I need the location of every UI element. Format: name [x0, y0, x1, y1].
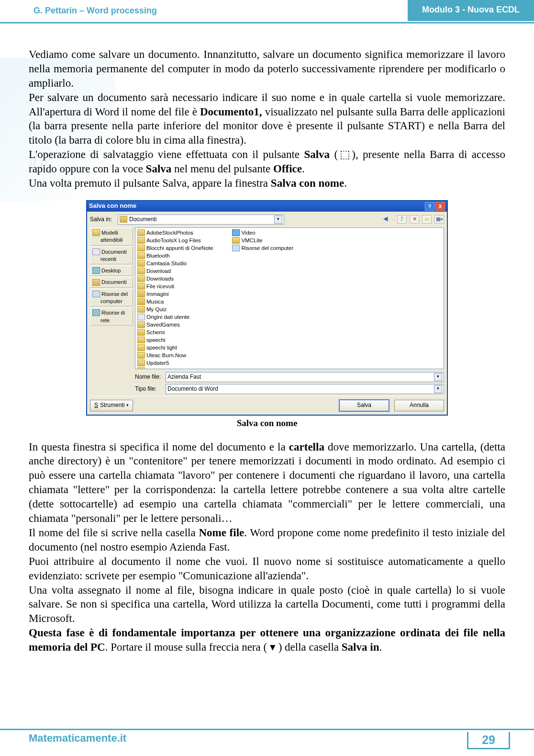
file-item[interactable]: Risorse del computer	[232, 244, 293, 252]
file-item[interactable]: Download	[137, 267, 213, 275]
file-item[interactable]: speechi	[137, 336, 213, 344]
file-list-pane[interactable]: AdobeStockPhotosAudioToolsX Log FilesBlo…	[135, 227, 444, 369]
file-label: VMCLite	[241, 237, 262, 244]
file-item[interactable]: SavedGames	[137, 321, 213, 328]
chevron-down-icon[interactable]: ▾	[274, 215, 282, 224]
folder-icon	[137, 245, 145, 251]
dialog-titlebar[interactable]: Salva con nome ? X	[87, 201, 447, 212]
views-icon[interactable]: ▦▾	[434, 215, 444, 224]
places-item[interactable]: Risorse direte	[90, 307, 133, 326]
file-item[interactable]: Bluetooth	[137, 252, 213, 260]
file-item[interactable]: Downloads	[137, 275, 213, 282]
para-2d: Una volta assegnato il nome al file, bis…	[29, 583, 505, 626]
file-item[interactable]: speechi light	[137, 344, 213, 351]
folder-icon	[137, 275, 145, 282]
folder-icon	[232, 229, 240, 236]
footer-brand: Matematicamente.it	[29, 732, 126, 745]
file-label: Updater5	[146, 359, 169, 367]
place-label: Documenti	[101, 279, 127, 285]
file-label: Version Cue	[146, 367, 177, 369]
save-button[interactable]: Salva	[339, 399, 389, 412]
chevron-down-icon[interactable]: ▾	[434, 373, 442, 381]
folder-icon	[137, 229, 145, 236]
file-item[interactable]: Version Cue	[137, 367, 213, 369]
place-label: Risorse di	[101, 309, 125, 316]
places-item[interactable]: Modelliattendibili	[90, 227, 133, 246]
help-icon[interactable]: ?	[425, 202, 434, 211]
folder-icon	[137, 314, 145, 320]
new-folder-icon[interactable]: ▭	[422, 215, 432, 224]
file-label: AudioToolsX Log Files	[146, 237, 201, 244]
save-in-value: Documenti	[129, 216, 156, 224]
file-label: AdobeStockPhotos	[146, 229, 193, 237]
file-item[interactable]: My Quiz	[137, 305, 213, 313]
file-label: Video	[241, 229, 255, 237]
file-label: Schemi	[146, 328, 165, 336]
file-item[interactable]: Camtasia Studio	[137, 260, 213, 267]
file-label: Immagini	[146, 290, 169, 298]
file-item[interactable]: Musica	[137, 298, 213, 305]
page-footer: Matematicamente.it 29	[0, 729, 534, 746]
cancel-button[interactable]: Annulla	[394, 400, 444, 411]
file-item[interactable]: Updater5	[137, 359, 213, 367]
places-item[interactable]: Desktop	[90, 265, 133, 276]
folder-icon	[137, 344, 145, 351]
place-label: Risorse del	[101, 291, 128, 297]
places-item[interactable]: Risorse delcomputer	[90, 289, 133, 307]
folder-icon	[232, 245, 240, 251]
place-icon	[92, 267, 100, 274]
page-header: G. Pettarin – Word processing Modulo 3 -…	[0, 0, 534, 23]
tools-button[interactable]: SStrumenti▾	[90, 400, 133, 411]
filetype-label: Tipo file:	[135, 385, 164, 393]
folder-icon	[137, 298, 145, 305]
places-item[interactable]: Documentirecenti	[90, 247, 133, 265]
file-label: speechi light	[146, 344, 177, 351]
close-icon[interactable]: X	[435, 202, 445, 211]
para-2c: Puoi attribuire al documento il nome che…	[29, 554, 505, 583]
file-item[interactable]: VMCLite	[232, 237, 293, 244]
file-item[interactable]: AdobeStockPhotos	[137, 229, 213, 237]
places-bar: ModelliattendibiliDocumentirecentiDeskto…	[90, 227, 133, 369]
file-label: Downloads	[146, 275, 174, 282]
folder-icon	[137, 252, 145, 259]
delete-icon[interactable]: ✕	[410, 215, 419, 224]
para-1d: Una volta premuto il pulsante Salva, app…	[29, 176, 505, 191]
save-in-combo[interactable]: Documenti ▾	[118, 214, 284, 225]
header-right: Modulo 3 - Nuova ECDL	[408, 0, 534, 21]
file-item[interactable]: Blocchi appunti di OneNote	[137, 244, 213, 252]
back-icon[interactable]: ◄	[381, 215, 390, 223]
folder-icon	[232, 237, 240, 244]
file-item[interactable]: Video	[232, 229, 293, 237]
dialog-title: Salva con nome	[89, 202, 136, 210]
chevron-down-icon[interactable]: ▾	[434, 385, 442, 393]
file-item[interactable]: Uleac Burn.Now	[137, 351, 213, 359]
save-in-label: Salva in:	[90, 216, 115, 224]
file-label: Camtasia Studio	[146, 260, 187, 267]
header-left: G. Pettarin – Word processing	[33, 6, 157, 16]
file-item[interactable]: AudioToolsX Log Files	[137, 237, 213, 244]
filename-input[interactable]: Azienda Fast ▾	[166, 372, 444, 382]
para-1b: Per salvare un documento sarà necessario…	[29, 90, 505, 148]
file-item[interactable]: Origini dati utente	[137, 313, 213, 321]
filetype-input[interactable]: Documento di Word ▾	[166, 384, 444, 394]
file-label: SavedGames	[146, 321, 180, 328]
folder-icon	[137, 283, 145, 290]
folder-icon	[137, 360, 145, 366]
file-item[interactable]: File ricevuti	[137, 282, 213, 290]
place-label: Modelli	[101, 229, 118, 236]
para-2e: Questa fase è di fondamentale importanza…	[29, 626, 505, 654]
up-icon[interactable]: ⤴	[397, 215, 407, 224]
file-label: Blocchi appunti di OneNote	[146, 244, 213, 252]
file-label: File ricevuti	[146, 282, 174, 290]
file-item[interactable]: Immagini	[137, 290, 213, 298]
places-item[interactable]: Documenti	[90, 277, 133, 287]
folder-icon	[137, 306, 145, 313]
file-item[interactable]: Schemi	[137, 328, 213, 336]
filetype-value: Documento di Word	[167, 385, 218, 393]
file-label: Bluetooth	[146, 252, 170, 260]
place-label: Desktop	[101, 267, 121, 274]
place-icon	[92, 229, 100, 236]
file-label: speechi	[146, 336, 166, 344]
folder-icon	[137, 237, 145, 244]
place-icon	[92, 248, 100, 255]
